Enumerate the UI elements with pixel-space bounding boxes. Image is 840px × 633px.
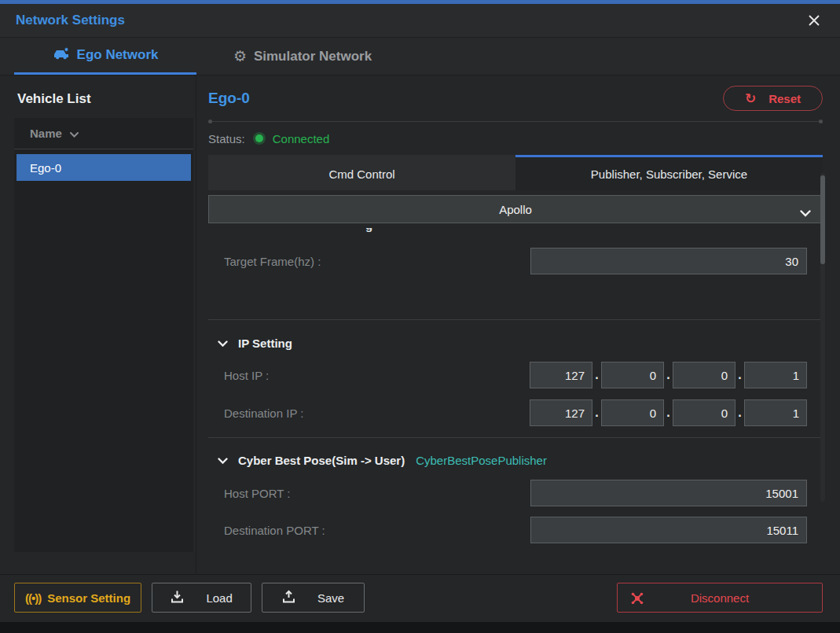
section-title: IP Setting: [238, 337, 292, 350]
scrollbar[interactable]: [820, 173, 825, 502]
background-app-strip: [0, 622, 840, 633]
load-label: Load: [206, 591, 232, 605]
host-ip-label: Host IP :: [224, 369, 269, 382]
disconnect-label: Disconnect: [691, 591, 749, 605]
header-divider: [208, 121, 823, 122]
vehicle-name: Ego-0: [30, 161, 61, 175]
target-frame-row: Target Frame(hz) : 30: [208, 248, 823, 274]
column-header-label: Name: [30, 127, 62, 140]
reset-label: Reset: [768, 92, 801, 105]
destination-ip-row: Destination IP : 127 . 0 . 0 . 1: [208, 399, 823, 426]
ip-octet-input[interactable]: 1: [744, 362, 807, 388]
vehicle-row-ego-0[interactable]: Ego-0: [17, 154, 191, 181]
vehicle-list: Name Ego-0: [14, 118, 193, 552]
ip-separator: .: [737, 406, 743, 420]
ip-setting-header[interactable]: IP Setting: [208, 333, 823, 353]
ip-octet-input[interactable]: 1: [744, 399, 807, 426]
sub-tab-bar: Cmd Control Publisher, Subscriber, Servi…: [208, 155, 823, 190]
ip-octet-input[interactable]: 127: [530, 362, 592, 388]
status-value: Connected: [273, 132, 330, 145]
publisher-name: CyberBestPosePublisher: [416, 454, 547, 467]
status-label: Status:: [208, 132, 245, 145]
destination-port-input[interactable]: 15011: [530, 517, 807, 543]
cyber-best-pose-header[interactable]: Cyber Best Pose(Sim -> User) CyberBestPo…: [208, 450, 823, 470]
chevron-down-icon: [800, 206, 811, 219]
section-divider: [208, 437, 823, 438]
chevron-down-icon: [218, 336, 228, 350]
tab-publisher-subscriber-service[interactable]: Publisher, Subscriber, Service: [515, 155, 823, 190]
vehicle-sidebar: Vehicle List Name Ego-0: [0, 75, 196, 574]
sensor-setting-button[interactable]: ((•)) Sensor Setting: [14, 583, 141, 613]
tab-label: Ego Network: [77, 47, 159, 63]
save-label: Save: [317, 591, 344, 605]
host-port-row: Host PORT : 15001: [208, 480, 823, 506]
disconnect-node-icon: [630, 591, 644, 608]
ip-separator: .: [594, 368, 600, 382]
ip-separator: .: [666, 406, 671, 420]
status-row: Status: Connected: [208, 122, 823, 155]
destination-ip-inputs: 127 . 0 . 0 . 1: [530, 399, 807, 426]
chevron-down-icon: [218, 453, 228, 467]
name-column-header[interactable]: Name: [14, 118, 193, 149]
subtab-label: Cmd Control: [328, 167, 394, 181]
ip-octet-input[interactable]: 0: [601, 399, 664, 426]
content-area: Vehicle List Name Ego-0 Ego-0 ↻ Reset: [0, 75, 840, 574]
host-ip-row: Host IP : 127 . 0 . 0 . 1: [208, 362, 823, 388]
destination-ip-label: Destination IP :: [224, 407, 303, 420]
dialog-title: Network Settings: [16, 13, 125, 28]
host-port-label: Host PORT :: [224, 487, 290, 500]
ip-octet-input[interactable]: 0: [673, 399, 735, 426]
ip-octet-input[interactable]: 0: [601, 362, 664, 388]
host-ip-inputs: 127 . 0 . 0 . 1: [530, 362, 807, 388]
destination-port-row: Destination PORT : 15011: [208, 517, 823, 543]
tab-simulator-network[interactable]: ⚙ Simulator Network: [212, 38, 393, 75]
load-button[interactable]: Load: [152, 583, 251, 613]
title-bar: Network Settings: [0, 4, 840, 38]
section-divider: [208, 319, 823, 320]
footer-bar: ((•)) Sensor Setting Load Save: [0, 574, 840, 620]
download-icon: [171, 590, 184, 605]
settings-scroll-area[interactable]: g Target Frame(hz) : 30 IP Setting Host …: [208, 228, 823, 558]
bridge-select[interactable]: Apollo: [208, 195, 823, 223]
vehicle-list-title: Vehicle List: [0, 75, 196, 118]
ip-octet-input[interactable]: 127: [530, 399, 592, 426]
ip-octet-input[interactable]: 0: [673, 362, 735, 388]
tab-label: Simulator Network: [254, 49, 372, 64]
destination-port-label: Destination PORT :: [224, 524, 325, 537]
subtab-label: Publisher, Subscriber, Service: [591, 167, 747, 181]
ip-separator: .: [737, 368, 743, 382]
chevron-down-icon: [70, 127, 79, 140]
car-gear-icon: [53, 47, 70, 64]
vehicle-detail-panel: Ego-0 ↻ Reset Status: Connected Cmd Cont…: [196, 75, 840, 574]
save-button[interactable]: Save: [262, 583, 365, 613]
detail-header: Ego-0 ↻ Reset: [208, 75, 823, 121]
tab-cmd-control[interactable]: Cmd Control: [208, 155, 515, 190]
main-tab-bar: Ego Network ⚙ Simulator Network: [0, 38, 840, 75]
network-settings-dialog: Network Settings Ego Network ⚙ Simulator…: [0, 0, 840, 622]
sensor-setting-label: Sensor Setting: [47, 591, 130, 605]
target-frame-input[interactable]: 30: [530, 248, 807, 274]
reset-icon: ↻: [745, 92, 756, 105]
clipped-section-text: g: [365, 228, 381, 234]
ip-separator: .: [666, 368, 671, 382]
tab-ego-network[interactable]: Ego Network: [14, 38, 196, 75]
section-title: Cyber Best Pose(Sim -> User): [238, 454, 405, 467]
status-dot-icon: [255, 134, 263, 142]
disconnect-button[interactable]: Disconnect: [617, 583, 823, 613]
vehicle-title: Ego-0: [208, 90, 250, 107]
reset-button[interactable]: ↻ Reset: [723, 86, 823, 111]
upload-icon: [282, 590, 295, 605]
close-icon[interactable]: [804, 10, 824, 31]
scrollbar-thumb[interactable]: [820, 175, 825, 264]
gear-icon: ⚙: [233, 49, 247, 64]
bridge-select-value: Apollo: [499, 203, 532, 216]
broadcast-icon: ((•)): [25, 591, 41, 605]
ip-separator: .: [594, 406, 600, 420]
host-port-input[interactable]: 15001: [530, 480, 807, 506]
target-frame-label: Target Frame(hz) :: [224, 255, 321, 268]
